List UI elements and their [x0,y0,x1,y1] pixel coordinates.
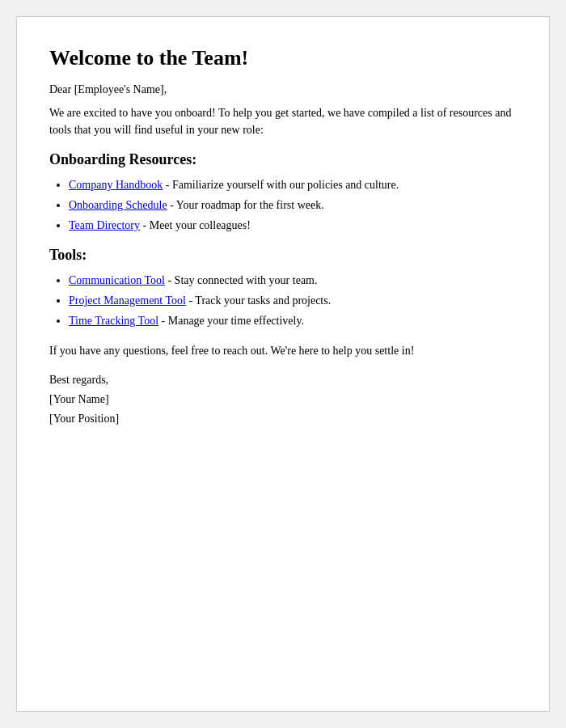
onboarding-schedule-desc: - Your roadmap for the first week. [167,199,324,211]
tools-heading: Tools: [49,247,517,264]
closing-text: If you have any questions, feel free to … [49,342,517,359]
sign-off-line3: [Your Position] [49,409,517,429]
intro-text: We are excited to have you onboard! To h… [49,104,517,138]
project-management-tool-link[interactable]: Project Management Tool [69,294,186,307]
list-item: Team Directory - Meet your colleagues! [69,217,517,234]
onboarding-schedule-link[interactable]: Onboarding Schedule [69,199,167,211]
list-item: Communication Tool - Stay connected with… [69,272,517,289]
sign-off-block: Best regards, [Your Name] [Your Position… [49,370,517,428]
time-tracking-tool-link[interactable]: Time Tracking Tool [69,315,158,327]
communication-tool-desc: - Stay connected with your team. [165,274,318,286]
communication-tool-link[interactable]: Communication Tool [69,274,165,286]
onboarding-resources-list: Company Handbook - Familiarize yourself … [69,176,517,234]
list-item: Project Management Tool - Track your tas… [69,292,517,309]
greeting-text: Dear [Employee's Name], [49,83,517,96]
tools-list: Communication Tool - Stay connected with… [69,272,517,329]
list-item: Time Tracking Tool - Manage your time ef… [69,312,517,329]
page-title: Welcome to the Team! [49,46,517,70]
tools-section: Tools: Communication Tool - Stay connect… [49,247,517,329]
time-tracking-tool-desc: - Manage your time effectively. [158,315,304,327]
team-directory-desc: - Meet your colleagues! [140,219,251,231]
team-directory-link[interactable]: Team Directory [69,219,140,231]
list-item: Company Handbook - Familiarize yourself … [69,176,517,193]
company-handbook-link[interactable]: Company Handbook [69,179,163,191]
sign-off-line1: Best regards, [49,370,517,390]
company-handbook-desc: - Familiarize yourself with our policies… [163,179,399,191]
onboarding-resources-section: Onboarding Resources: Company Handbook -… [49,151,517,234]
list-item: Onboarding Schedule - Your roadmap for t… [69,197,517,214]
email-document: Welcome to the Team! Dear [Employee's Na… [16,16,550,712]
sign-off-line2: [Your Name] [49,390,517,409]
project-management-tool-desc: - Track your tasks and projects. [186,294,331,307]
onboarding-heading: Onboarding Resources: [49,151,517,168]
